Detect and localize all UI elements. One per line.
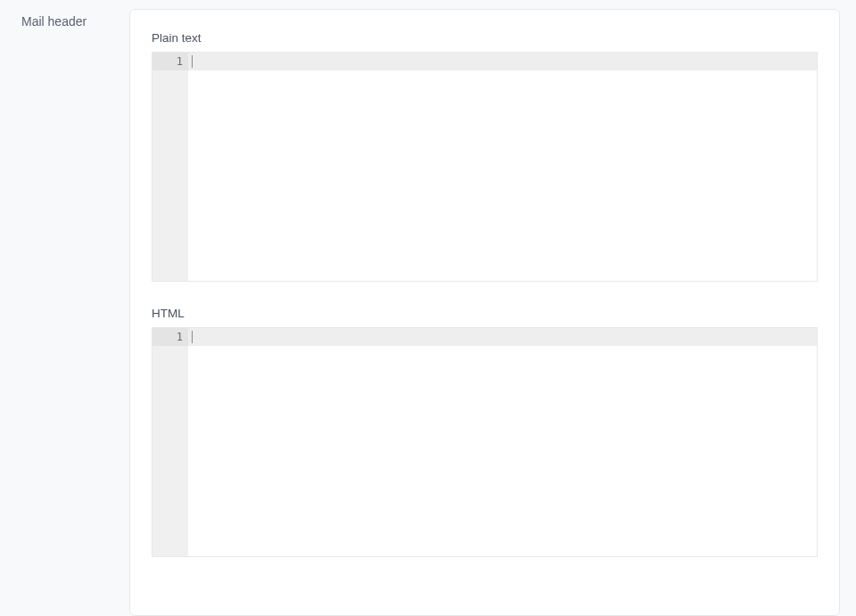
- html-editor-block: HTML 1: [152, 307, 818, 557]
- plain-text-editor-body: [152, 70, 817, 281]
- main-panel: Plain text 1 HTML: [129, 9, 840, 616]
- plain-text-editor-block: Plain text 1: [152, 31, 818, 282]
- layout-root: Mail header Plain text 1: [0, 0, 856, 616]
- plain-text-editor-line-1: 1: [152, 53, 817, 70]
- plain-text-cursor-icon: [192, 55, 193, 68]
- html-gutter-body: [152, 346, 188, 556]
- plain-text-editor[interactable]: 1: [152, 52, 818, 282]
- html-editor-line-1: 1: [152, 328, 817, 346]
- plain-text-label: Plain text: [152, 31, 818, 45]
- html-editor[interactable]: 1: [152, 327, 818, 557]
- plain-text-line-number: 1: [177, 53, 183, 70]
- html-editor-body: [152, 346, 817, 556]
- plain-text-gutter-body: [152, 70, 188, 281]
- html-cursor-icon: [192, 331, 193, 343]
- plain-text-body-area[interactable]: [188, 70, 817, 281]
- sidebar: Mail header: [0, 9, 129, 616]
- plain-text-gutter: 1: [152, 53, 188, 70]
- section-title: Mail header: [21, 14, 129, 29]
- html-label: HTML: [152, 307, 818, 320]
- html-gutter: 1: [152, 328, 188, 346]
- html-body-area[interactable]: [188, 346, 817, 556]
- html-line-number: 1: [177, 328, 183, 346]
- html-line-1-area[interactable]: [188, 328, 817, 346]
- plain-text-line-1-area[interactable]: [188, 53, 817, 70]
